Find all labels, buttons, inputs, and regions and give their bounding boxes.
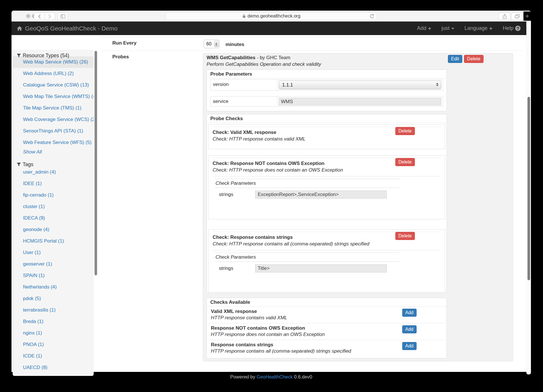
- footer-link[interactable]: GeoHealthCheck: [257, 374, 293, 379]
- share-button[interactable]: [498, 12, 511, 20]
- page-scrollbar-thumb[interactable]: [527, 97, 530, 280]
- edit-probe-button[interactable]: Edit: [448, 55, 462, 63]
- chevron-right-icon: [48, 14, 51, 19]
- tag-link[interactable]: HCMGIS Portal (1): [13, 235, 94, 247]
- app-navbar: GeoQoS GeoHealthCheck - Demo Add+ just L…: [11, 22, 526, 35]
- show-tabs-button[interactable]: [511, 12, 523, 20]
- navbar-add[interactable]: Add+: [417, 25, 431, 32]
- address-bar[interactable]: demo.geohealthcheck.org: [165, 12, 378, 20]
- version-select[interactable]: 1.1.1: [279, 80, 441, 89]
- page-scrollbar-track[interactable]: [526, 27, 531, 374]
- tabs-icon: [515, 14, 520, 18]
- delete-probe-button[interactable]: Delete: [464, 55, 484, 63]
- plus-icon: +: [428, 25, 431, 32]
- navbar-brand-label: GeoQoS GeoHealthCheck - Demo: [25, 25, 118, 32]
- caret-down-icon: [451, 28, 454, 29]
- tag-link[interactable]: SPAIN (1): [13, 270, 94, 281]
- tags-header: Tags: [13, 160, 94, 166]
- url-text: demo.geohealthcheck.org: [247, 14, 300, 19]
- tag-link[interactable]: ICDE (1): [13, 350, 94, 362]
- strings-label: strings: [215, 266, 255, 271]
- tag-link[interactable]: user_admin (4): [13, 166, 94, 178]
- sidebar-item-wfs[interactable]: Web Feature Service (WFS) (5): [13, 137, 94, 148]
- run-every-label: Run Every: [112, 40, 136, 46]
- probes-label: Probes: [112, 54, 129, 60]
- navbar-language[interactable]: Language+: [465, 25, 492, 32]
- lock-icon: [242, 14, 246, 18]
- probe-parameters-box: Probe Parameters version 1.1.1: [207, 70, 447, 111]
- service-input[interactable]: [279, 98, 441, 105]
- footer-prefix: Powered by: [230, 374, 257, 379]
- strings-input[interactable]: [255, 191, 387, 199]
- add-check-button[interactable]: Add: [402, 342, 417, 350]
- number-stepper[interactable]: [214, 41, 219, 47]
- browser-titlebar: demo.geohealthcheck.org +: [11, 11, 531, 22]
- sidebar-scrollbar[interactable]: [95, 51, 97, 275]
- checks-available-box: Checks Available Valid XML response HTTP…: [207, 298, 447, 358]
- back-button[interactable]: [34, 13, 45, 20]
- sidebar-item-wcs[interactable]: Web Coverage Service (WCS) (2): [13, 114, 94, 125]
- check-description: Check: HTTP response contains valid XML: [213, 136, 441, 142]
- navbar-brand[interactable]: GeoQoS GeoHealthCheck - Demo: [17, 22, 118, 35]
- sidebar-item-wmts[interactable]: Web Map Tile Service (WMTS) (4): [13, 91, 94, 102]
- tag-link[interactable]: pdok (5): [13, 293, 94, 304]
- available-check-row: Response NOT contains OWS Exception HTTP…: [208, 323, 445, 340]
- filter-icon: [17, 53, 21, 58]
- new-tab-button[interactable]: +: [523, 11, 531, 21]
- tag-link[interactable]: fip-cerrado (1): [13, 189, 94, 201]
- param-table-version: version 1.1.1: [210, 79, 443, 91]
- checks-available-heading: Checks Available: [207, 298, 446, 307]
- share-icon: [502, 14, 507, 19]
- check-description: Check: HTTP response does not contain an…: [213, 167, 441, 173]
- sidebar-item-csw[interactable]: Catalogue Service (CSW) (13): [13, 79, 94, 91]
- minutes-label: minutes: [226, 42, 244, 47]
- divider: [101, 37, 523, 38]
- tag-link[interactable]: Breda (1): [13, 316, 94, 327]
- probe-actions: Edit Delete: [448, 55, 484, 63]
- reload-button[interactable]: [369, 14, 375, 19]
- tag-link[interactable]: Netherlands (4): [13, 281, 94, 293]
- add-check-button[interactable]: Add: [402, 309, 417, 317]
- tag-link[interactable]: geonode (4): [13, 224, 94, 235]
- add-check-button[interactable]: Add: [402, 325, 417, 333]
- tag-link[interactable]: IDEE (1): [13, 178, 94, 189]
- tag-link[interactable]: IDECA (9): [13, 212, 94, 224]
- strings-input[interactable]: [255, 264, 387, 272]
- probe-checks-box: Probe Checks Check: Valid XML response C…: [207, 114, 447, 293]
- probe-panel: WMS GetCapabilities - by GHC Team Perfor…: [203, 53, 513, 361]
- resource-types-list: Web Map Service (WMS) (26) Web Address (…: [13, 56, 94, 157]
- tag-link[interactable]: PNOA (1): [13, 339, 94, 350]
- param-label: service: [211, 97, 277, 107]
- tag-link[interactable]: terrabrasilis (1): [13, 304, 94, 316]
- footer-version: 0.6.dev0: [293, 374, 312, 379]
- check-parameters-fieldset: Check Parameters strings: [215, 253, 441, 272]
- tag-link[interactable]: UAECD (8): [13, 362, 94, 373]
- sidebar-item-url[interactable]: Web Address (URL) (2): [13, 68, 94, 79]
- tag-link[interactable]: User (1): [13, 247, 94, 258]
- sidebar-item-tms[interactable]: Tile Map Service (TMS) (1): [13, 102, 94, 114]
- browser-window: demo.geohealthcheck.org + GeoQoS GeoHeal…: [11, 11, 531, 384]
- filter-icon: [17, 162, 21, 167]
- navbar-user-menu[interactable]: just: [442, 25, 454, 31]
- delete-check-button[interactable]: Delete: [395, 127, 415, 135]
- delete-check-button[interactable]: Delete: [395, 158, 415, 166]
- sidebar-item-wms[interactable]: Web Map Service (WMS) (26): [13, 56, 94, 68]
- sidebar-item-sta[interactable]: SensorThings API (STA) (1): [13, 125, 94, 137]
- check-card: Check: Response NOT contains OWS Excepti…: [208, 155, 445, 219]
- sidebar: Resource Types (54) Web Map Service (WMS…: [13, 50, 94, 376]
- check-parameters-fieldset: Check Parameters strings: [215, 179, 441, 199]
- tag-link[interactable]: nginx (1): [13, 327, 94, 339]
- sidebar-toggle-button[interactable]: [57, 12, 68, 20]
- delete-check-button[interactable]: Delete: [395, 232, 415, 240]
- strings-label: strings: [215, 192, 255, 197]
- check-parameters-legend: Check Parameters: [215, 179, 399, 188]
- show-all-link[interactable]: Show All: [13, 148, 94, 157]
- tag-link[interactable]: cluster (1): [13, 201, 94, 212]
- probe-parameters-heading: Probe Parameters: [207, 70, 446, 78]
- forward-button[interactable]: [45, 13, 55, 20]
- close-window-button[interactable]: [26, 14, 30, 18]
- navbar-help[interactable]: Help?: [503, 25, 521, 31]
- select-arrows-icon: [436, 83, 438, 86]
- available-check-row: Response contains strings HTTP response …: [208, 340, 445, 356]
- tag-link[interactable]: geoserver (1): [13, 258, 94, 270]
